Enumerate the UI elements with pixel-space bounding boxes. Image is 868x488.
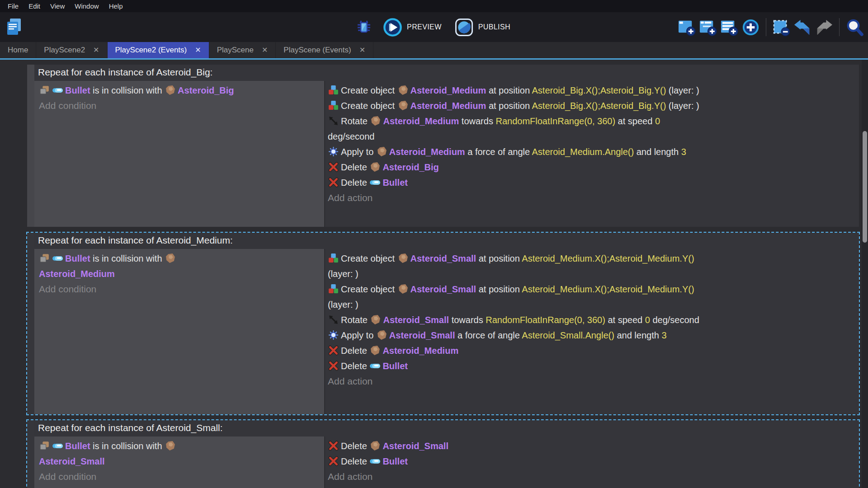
tab-close-icon[interactable]: ✕ <box>359 47 365 54</box>
action-row[interactable]: Delete Asteroid_Big <box>328 160 854 175</box>
plain-text: at speed <box>615 116 655 126</box>
tab-close-icon[interactable]: ✕ <box>262 47 268 54</box>
add-condition-button[interactable]: Add condition <box>39 282 320 297</box>
condition-row[interactable]: Bullet is in collision with Asteroid_Big <box>39 83 320 98</box>
plain-text: Rotate <box>341 116 370 126</box>
object-name: Bullet <box>382 178 408 188</box>
action-row[interactable]: Apply to Asteroid_Small a force of angle… <box>328 328 854 343</box>
undo-button[interactable] <box>793 18 812 37</box>
add-event-button[interactable] <box>677 18 697 37</box>
expression: Asteroid_Big.X();Asteroid_Big.Y() <box>532 85 666 95</box>
plain-text: deg/second <box>650 315 699 325</box>
menu-item-help[interactable]: Help <box>104 0 128 12</box>
condition-row[interactable]: Bullet is in collision with Asteroid_Sma… <box>39 438 320 469</box>
menu-bar: FileEditViewWindowHelp <box>0 0 868 12</box>
publish-button[interactable]: PUBLISH <box>452 17 513 38</box>
tab-playscene[interactable]: PlayScene✕ <box>209 42 276 58</box>
tab-close-icon[interactable]: ✕ <box>195 47 201 54</box>
add-comment-event-button[interactable] <box>720 18 739 37</box>
action-row[interactable]: Delete Bullet <box>328 358 854 374</box>
actions-panel: Delete Asteroid_SmallDelete BulletAdd ac… <box>325 436 859 488</box>
add-other-event-button[interactable] <box>741 18 760 37</box>
add-condition-button[interactable]: Add condition <box>39 98 320 113</box>
add-subevent-button[interactable] <box>698 18 718 37</box>
action-row[interactable]: Apply to Asteroid_Medium a force of angl… <box>328 144 854 160</box>
bullet-icon <box>52 440 63 451</box>
object-name: Asteroid_Medium <box>382 346 458 356</box>
rotate-icon <box>328 115 339 127</box>
tab-playscene-events[interactable]: PlayScene (Events)✕ <box>276 42 373 58</box>
asteroid-icon <box>397 253 409 264</box>
condition-row[interactable]: Bullet is in collision with Asteroid_Med… <box>39 251 320 282</box>
redo-button[interactable] <box>814 18 834 37</box>
action-row[interactable]: Create object Asteroid_Medium at positio… <box>328 98 854 113</box>
preview-button[interactable]: PREVIEW <box>380 17 444 38</box>
tab-home[interactable]: Home <box>0 42 36 58</box>
action-row[interactable]: Delete Bullet <box>328 175 854 190</box>
event-header[interactable]: Repeat for each instance of Asteroid_Sma… <box>34 420 859 436</box>
collision-icon <box>39 84 50 96</box>
event-drag-handle[interactable] <box>27 65 34 227</box>
object-name: Bullet <box>382 361 408 371</box>
object-name: Bullet <box>65 441 90 451</box>
create-icon <box>328 100 339 111</box>
debugger-icon[interactable] <box>355 18 373 36</box>
conditions-panel: Bullet is in collision with Asteroid_Big… <box>34 81 324 227</box>
add-action-button[interactable]: Add action <box>328 190 854 206</box>
scrollbar-thumb[interactable] <box>863 131 867 243</box>
plain-text: at position <box>476 284 522 294</box>
tab-playscene2[interactable]: PlayScene2✕ <box>36 42 107 58</box>
action-row[interactable]: Create object Asteroid_Medium at positio… <box>328 83 854 98</box>
delete-selection-button[interactable] <box>772 18 791 37</box>
add-action-button[interactable]: Add action <box>328 469 854 484</box>
project-manager-button[interactable] <box>5 17 24 37</box>
plain-text: Apply to <box>341 147 376 157</box>
menu-item-window[interactable]: Window <box>70 0 104 12</box>
conditions-panel: Bullet is in collision with Asteroid_Sma… <box>34 436 324 488</box>
plain-text: is in collision with <box>90 85 165 95</box>
create-icon <box>328 253 339 264</box>
action-row[interactable]: Delete Asteroid_Medium <box>328 343 854 358</box>
search-button[interactable] <box>845 18 864 37</box>
action-row[interactable]: Create object Asteroid_Small at position… <box>328 282 854 312</box>
events-sheet: Repeat for each instance of Asteroid_Big… <box>0 60 868 488</box>
expression: 3 <box>661 330 666 340</box>
events-list: Repeat for each instance of Asteroid_Big… <box>26 64 860 488</box>
force-icon <box>328 146 339 157</box>
tab-label: PlayScene <box>217 46 254 55</box>
toolbar-right <box>677 18 864 37</box>
event-block: Repeat for each instance of Asteroid_Sma… <box>26 419 860 488</box>
action-row[interactable]: Rotate Asteroid_Medium towards RandomFlo… <box>328 113 854 144</box>
expression: RandomFloatInRange(0, 360) <box>486 315 605 325</box>
object-name: Bullet <box>65 85 90 95</box>
add-condition-button[interactable]: Add condition <box>39 469 320 484</box>
menu-item-view[interactable]: View <box>45 0 70 12</box>
force-icon <box>328 329 339 341</box>
event-header[interactable]: Repeat for each instance of Asteroid_Big… <box>34 65 859 81</box>
plain-text: is in collision with <box>90 441 165 451</box>
menu-item-edit[interactable]: Edit <box>24 0 45 12</box>
tab-label: PlayScene2 <box>44 46 85 55</box>
asteroid-icon <box>369 345 381 356</box>
menu-item-file[interactable]: File <box>3 0 24 12</box>
add-action-button[interactable]: Add action <box>328 374 854 389</box>
plain-text: (layer: ) <box>666 101 699 111</box>
action-row[interactable]: Rotate Asteroid_Small towards RandomFloa… <box>328 312 854 328</box>
actions-panel: Create object Asteroid_Medium at positio… <box>325 81 859 227</box>
tab-close-icon[interactable]: ✕ <box>93 47 99 54</box>
tab-label: PlayScene2 (Events) <box>115 46 187 55</box>
plain-text: Rotate <box>341 315 370 325</box>
action-row[interactable]: Delete Asteroid_Small <box>328 438 854 454</box>
event-drag-handle[interactable] <box>27 420 34 488</box>
bullet-icon <box>369 177 381 188</box>
tab-label: PlayScene (Events) <box>283 46 351 55</box>
bullet-icon <box>52 84 63 96</box>
object-name: Asteroid_Small <box>389 330 455 340</box>
action-row[interactable]: Create object Asteroid_Small at position… <box>328 251 854 282</box>
tab-playscene2-events[interactable]: PlayScene2 (Events)✕ <box>108 42 209 58</box>
scrollbar-track[interactable] <box>862 60 868 488</box>
publish-label: PUBLISH <box>478 23 510 31</box>
action-row[interactable]: Delete Bullet <box>328 454 854 469</box>
event-drag-handle[interactable] <box>27 233 34 414</box>
event-header[interactable]: Repeat for each instance of Asteroid_Med… <box>34 233 859 249</box>
